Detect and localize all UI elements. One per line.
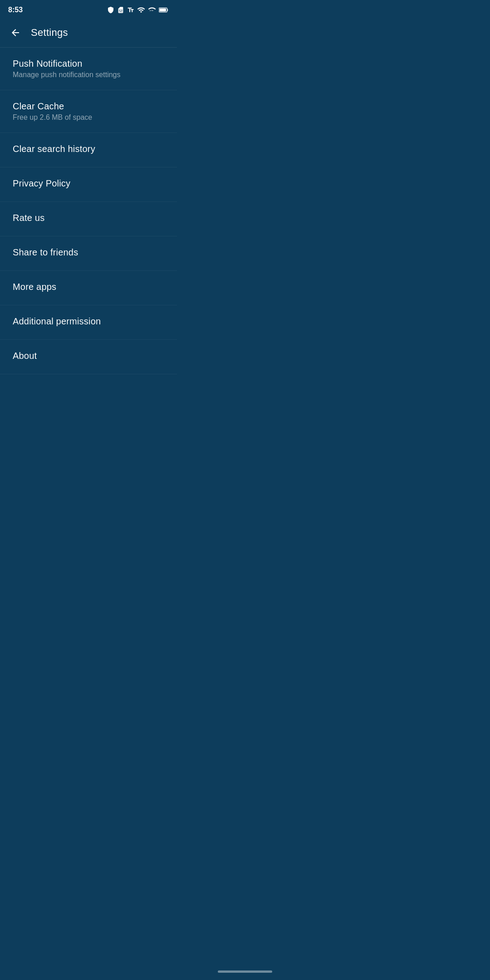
toolbar: Settings [0, 18, 177, 48]
status-icons [107, 6, 169, 14]
additional-permission-title: Additional permission [13, 316, 164, 327]
wifi-icon [137, 6, 145, 14]
back-arrow-icon [10, 27, 21, 38]
shield-icon [107, 6, 114, 14]
sim-card-icon [117, 6, 124, 14]
settings-item-about[interactable]: About [0, 340, 177, 374]
about-title: About [13, 351, 164, 361]
battery-icon [159, 7, 169, 13]
settings-item-share-to-friends[interactable]: Share to friends [0, 236, 177, 271]
toolbar-title: Settings [31, 27, 68, 39]
svg-rect-2 [159, 9, 166, 11]
more-apps-title: More apps [13, 282, 164, 292]
status-time: 8:53 [8, 6, 23, 14]
privacy-policy-title: Privacy Policy [13, 178, 164, 189]
share-to-friends-title: Share to friends [13, 247, 164, 258]
settings-item-additional-permission[interactable]: Additional permission [0, 305, 177, 340]
settings-item-clear-search-history[interactable]: Clear search history [0, 133, 177, 167]
settings-list: Push Notification Manage push notificati… [0, 48, 177, 374]
settings-item-privacy-policy[interactable]: Privacy Policy [0, 167, 177, 202]
rate-us-title: Rate us [13, 213, 164, 223]
clear-cache-subtitle: Free up 2.6 MB of space [13, 113, 164, 122]
settings-item-more-apps[interactable]: More apps [0, 271, 177, 305]
settings-item-rate-us[interactable]: Rate us [0, 202, 177, 236]
clear-cache-title: Clear Cache [13, 101, 164, 112]
status-bar: 8:53 [0, 0, 177, 18]
back-button[interactable] [7, 24, 24, 41]
clear-search-history-title: Clear search history [13, 144, 164, 154]
push-notification-title: Push Notification [13, 59, 164, 69]
svg-rect-1 [167, 9, 168, 11]
text-fields-icon [127, 6, 134, 14]
settings-item-clear-cache[interactable]: Clear Cache Free up 2.6 MB of space [0, 90, 177, 133]
settings-item-push-notification[interactable]: Push Notification Manage push notificati… [0, 48, 177, 90]
push-notification-subtitle: Manage push notification settings [13, 71, 164, 79]
signal-icon [148, 6, 156, 14]
